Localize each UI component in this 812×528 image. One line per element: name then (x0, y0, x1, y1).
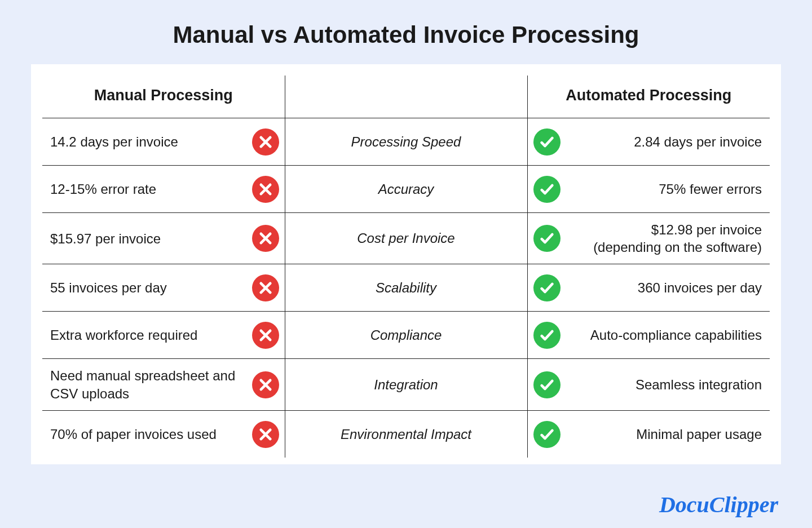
header-criterion (285, 76, 527, 118)
x-icon (252, 322, 279, 349)
automated-cell: $12.98 per invoice (depending on the sof… (527, 213, 770, 264)
table-row: $15.97 per invoiceCost per Invoice$12.98… (42, 213, 770, 264)
manual-text: 55 invoices per day (50, 279, 244, 296)
check-icon (533, 176, 561, 203)
automated-cell: 75% fewer errors (527, 166, 770, 213)
header-automated: Automated Processing (527, 76, 770, 118)
brand-logo: DocuClipper (659, 491, 778, 518)
x-icon (252, 274, 279, 301)
table-row: Need manual spreadsheet and CSV uploadsI… (42, 359, 770, 410)
check-icon (533, 322, 561, 349)
criterion-cell: Processing Speed (285, 118, 527, 166)
manual-cell: 14.2 days per invoice (42, 118, 285, 166)
table-row: Extra workforce requiredComplianceAuto-c… (42, 312, 770, 359)
check-icon (533, 371, 561, 398)
page-title: Manual vs Automated Invoice Processing (0, 0, 812, 64)
automated-cell: 2.84 days per invoice (527, 118, 770, 166)
x-icon (252, 176, 279, 203)
manual-text: $15.97 per invoice (50, 230, 244, 247)
manual-text: 12-15% error rate (50, 180, 244, 198)
automated-text: $12.98 per invoice (depending on the sof… (571, 221, 762, 256)
automated-text: 360 invoices per day (571, 279, 762, 296)
check-icon (533, 274, 561, 301)
criterion-cell: Compliance (285, 312, 527, 359)
automated-cell: Seamless integration (527, 359, 770, 410)
criterion-cell: Integration (285, 359, 527, 410)
table-row: 55 invoices per dayScalability360 invoic… (42, 264, 770, 312)
manual-text: Extra workforce required (50, 326, 244, 344)
automated-text: 2.84 days per invoice (571, 133, 762, 150)
manual-cell: 12-15% error rate (42, 166, 285, 213)
automated-text: Seamless integration (571, 376, 762, 393)
manual-cell: 55 invoices per day (42, 264, 285, 312)
automated-text: Minimal paper usage (571, 425, 762, 443)
automated-cell: Auto-compliance capabilities (527, 312, 770, 359)
automated-text: 75% fewer errors (571, 180, 762, 198)
table-row: 70% of paper invoices usedEnvironmental … (42, 410, 770, 458)
criterion-cell: Scalability (285, 264, 527, 312)
check-icon (533, 128, 561, 156)
criterion-cell: Accuracy (285, 166, 527, 213)
check-icon (533, 421, 561, 448)
automated-cell: Minimal paper usage (527, 410, 770, 458)
automated-cell: 360 invoices per day (527, 264, 770, 312)
criterion-cell: Environmental Impact (285, 410, 527, 458)
table-header-row: Manual Processing Automated Processing (42, 76, 770, 118)
table-row: 12-15% error rateAccuracy75% fewer error… (42, 166, 770, 213)
manual-cell: Need manual spreadsheet and CSV uploads (42, 359, 285, 410)
manual-cell: Extra workforce required (42, 312, 285, 359)
x-icon (252, 225, 279, 252)
table-row: 14.2 days per invoiceProcessing Speed2.8… (42, 118, 770, 166)
manual-cell: 70% of paper invoices used (42, 410, 285, 458)
x-icon (252, 421, 279, 448)
comparison-table: Manual Processing Automated Processing 1… (42, 76, 770, 458)
header-manual: Manual Processing (42, 76, 285, 118)
x-icon (252, 371, 279, 398)
manual-cell: $15.97 per invoice (42, 213, 285, 264)
manual-text: 14.2 days per invoice (50, 133, 244, 150)
manual-text: Need manual spreadsheet and CSV uploads (50, 367, 244, 402)
check-icon (533, 225, 561, 252)
comparison-card: Manual Processing Automated Processing 1… (31, 64, 781, 464)
criterion-cell: Cost per Invoice (285, 213, 527, 264)
automated-text: Auto-compliance capabilities (571, 326, 762, 344)
manual-text: 70% of paper invoices used (50, 425, 244, 443)
x-icon (252, 128, 279, 156)
